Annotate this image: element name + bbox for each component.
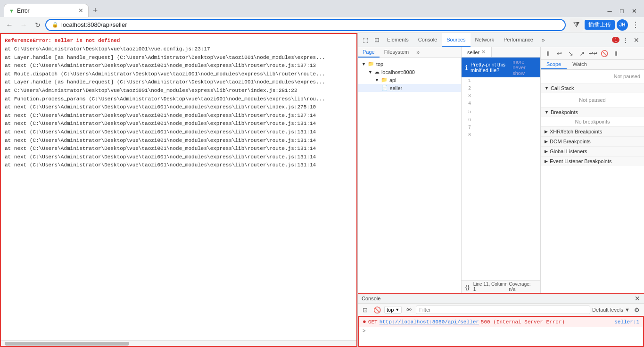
pause-button[interactable]: ⏸ (543, 48, 553, 58)
devtools-close-icon[interactable]: ✕ (631, 34, 642, 46)
triangle-xhr: ▶ (545, 129, 548, 134)
file-icon-seller: 📄 (381, 85, 388, 91)
console-clear-btn[interactable]: ⊡ (360, 305, 370, 315)
call-stack-content: Not paused (541, 93, 644, 107)
line-column-info: Line 11, Column 1 (473, 281, 509, 292)
minimize-button[interactable]: ─ (603, 5, 616, 17)
code-line: 8 (462, 132, 540, 139)
step-into-button[interactable]: ↘ (565, 48, 576, 58)
step-out-button[interactable]: ↗ (577, 48, 587, 58)
triangle-event: ▶ (545, 159, 548, 164)
devtools-icon-1[interactable]: ⬚ (360, 34, 371, 46)
reload-button[interactable]: ↻ (31, 18, 44, 32)
stack-line: at next (C:\Users\Administrator\Desktop\… (5, 112, 353, 120)
extension-upload-button[interactable]: 插插上传 (585, 20, 615, 30)
tab-close-icon[interactable]: ✕ (78, 7, 83, 14)
tree-item-seller[interactable]: 📄 seller (358, 84, 461, 92)
tree-label-top: top (376, 61, 383, 67)
context-label: top (387, 307, 394, 313)
default-levels-btn[interactable]: Default levels ▼ (592, 307, 630, 313)
tab-filesystem[interactable]: Filesystem (380, 47, 414, 58)
code-line: 5 Error (462, 108, 540, 117)
console-log: ● GET http://localhost:8080/api/seller 5… (358, 317, 644, 347)
browser-tab[interactable]: ▼ Error ✕ (4, 4, 89, 17)
triangle-callstack: ▼ (545, 86, 549, 91)
error-status: 500 (Internal Server Error) (481, 319, 565, 325)
triangle-global: ▶ (545, 149, 548, 154)
close-button[interactable]: ✕ (628, 5, 640, 17)
console-prompt[interactable]: > (359, 327, 643, 335)
error-url[interactable]: http://localhost:8080/api/seller (380, 319, 479, 325)
global-listeners-header[interactable]: ▶ Global Listeners (541, 147, 644, 156)
tab-console[interactable]: Console (413, 33, 442, 47)
address-bar[interactable]: 🔒 localhost:8080/api/seller (45, 19, 566, 31)
tab-favicon: ▼ (9, 8, 14, 14)
format-icon[interactable]: {} (465, 283, 470, 290)
code-line: 6 (462, 116, 540, 124)
error-dot-icon: ● (363, 318, 366, 325)
triangle-icon-3: ▼ (375, 78, 379, 83)
stack-trace: at C:\Users\Administrator\Desktop\vue\ta… (5, 45, 353, 170)
context-dropdown-icon: ▼ (395, 307, 399, 312)
console-settings-btn[interactable]: ⚙ (632, 305, 642, 315)
step-over-button[interactable]: ↩ (554, 48, 564, 58)
error-badge: 1 (612, 37, 619, 43)
devtools-icon-2[interactable]: ⊡ (371, 34, 382, 46)
event-listener-header[interactable]: ▶ Event Listener Breakpoints (541, 157, 644, 166)
console-filter-input[interactable] (416, 306, 590, 314)
stack-line: at next (C:\Users\Administrator\Desktop\… (5, 137, 353, 145)
stack-line: at Function.process_params (C:\Users\Adm… (5, 95, 353, 104)
pretty-print-more[interactable]: more never show (512, 59, 537, 76)
devtools-settings[interactable]: ⋮ (619, 34, 631, 46)
tree-item-localhost[interactable]: ▼ ☁ localhost:8080 (358, 68, 461, 76)
tab-sources[interactable]: Sources (442, 33, 470, 47)
deactivate-button[interactable]: 🚫 (599, 48, 610, 58)
stack-line: at next (C:\Users\Administrator\Desktop\… (5, 62, 353, 70)
step-button[interactable]: ↩↩ (588, 48, 598, 58)
code-line: 2 (462, 85, 540, 92)
tab-elements[interactable]: Elements (382, 33, 413, 47)
code-tab-seller[interactable]: seller ✕ (462, 47, 492, 57)
pause-exceptions-button[interactable]: ⏸ (611, 48, 621, 58)
dom-breakpoints-header[interactable]: ▶ DOM Breakpoints (541, 137, 644, 146)
breakpoints-header[interactable]: ▼ Breakpoints (541, 107, 644, 117)
code-line: 1 (462, 77, 540, 85)
watch-tab[interactable]: Watch (567, 60, 593, 69)
sidebar-more-btn[interactable]: » (413, 47, 422, 58)
not-paused-text: Not paused (541, 70, 644, 83)
forward-button[interactable]: → (17, 18, 30, 32)
xhr-breakpoints-header[interactable]: ▶ XHR/fetch Breakpoints (541, 127, 644, 136)
tab-performance[interactable]: Performance (499, 33, 538, 47)
profile-avatar[interactable]: JH (617, 19, 628, 31)
extension-icon[interactable]: ⧩ (570, 18, 583, 32)
cloud-icon: ☁ (374, 69, 380, 75)
pretty-print-text: Pretty-print this minified file? (471, 62, 510, 73)
triangle-bp: ▼ (545, 110, 549, 115)
tree-item-api[interactable]: ▼ 📁 api (358, 76, 461, 84)
error-message: ReferenceError: seller is not defined (5, 38, 353, 43)
console-eye-btn[interactable]: 👁 (404, 305, 414, 315)
stack-line: at next (C:\Users\Administrator\Desktop\… (5, 153, 353, 162)
tab-network[interactable]: Network (471, 33, 499, 47)
new-tab-button[interactable]: + (89, 4, 102, 17)
scope-tab[interactable]: Scope (541, 60, 567, 69)
console-panel: Console ✕ ⊡ 🚫 top ▼ 👁 Default levels ▼ ⚙ (358, 293, 644, 347)
tree-label-api: api (389, 77, 396, 83)
tree-item-top[interactable]: ▼ 📁 top (358, 60, 461, 68)
back-button[interactable]: ← (3, 18, 16, 32)
devtools-more-tabs[interactable]: » (538, 37, 549, 43)
call-stack-header[interactable]: ▼ Call Stack (541, 83, 644, 93)
error-page: ReferenceError: seller is not defined at… (0, 33, 357, 347)
browser-menu-button[interactable]: ⋮ (630, 19, 641, 31)
error-location[interactable]: seller:1 (614, 319, 639, 325)
code-tab-close-icon[interactable]: ✕ (481, 49, 486, 55)
stack-line: at next (C:\Users\Administrator\Desktop\… (5, 161, 353, 170)
pretty-print-bar: ℹ Pretty-print this minified file? more … (462, 58, 540, 77)
code-tab-label: seller (467, 50, 479, 55)
console-close-icon[interactable]: ✕ (635, 295, 640, 302)
console-context[interactable]: top ▼ (384, 306, 402, 314)
stack-line: at next (C:\Users\Administrator\Desktop\… (5, 128, 353, 137)
tab-page[interactable]: Page (358, 47, 380, 58)
console-block-btn[interactable]: 🚫 (372, 305, 382, 315)
maximize-button[interactable]: □ (616, 5, 628, 17)
